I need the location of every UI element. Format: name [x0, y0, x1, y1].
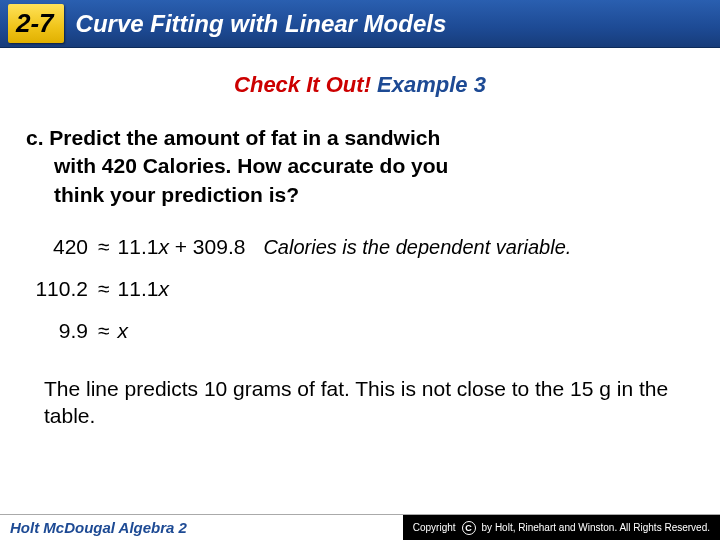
- footer-copyright: Copyright C by Holt, Rinehart and Winsto…: [403, 515, 720, 540]
- check-red-text: Check It Out!: [234, 72, 371, 97]
- eq1-right: 11.1x + 309.8: [114, 235, 246, 259]
- equation-row-1: 420 ≈ 11.1x + 309.8 Calories is the depe…: [22, 235, 698, 259]
- prompt-line3: think your prediction is?: [26, 181, 698, 209]
- eq2-left: 110.2: [22, 277, 94, 301]
- variable-x: x: [118, 319, 129, 342]
- page-title: Curve Fitting with Linear Models: [76, 10, 447, 38]
- check-blue-text: Example 3: [377, 72, 486, 97]
- copyright-icon: C: [462, 521, 476, 535]
- approx-symbol: ≈: [94, 319, 114, 343]
- copyright-text: by Holt, Rinehart and Winston. All Right…: [482, 522, 710, 533]
- conclusion-text: The line predicts 10 grams of fat. This …: [22, 361, 698, 430]
- header-bar: 2-7 Curve Fitting with Linear Models: [0, 0, 720, 48]
- check-it-out-heading: Check It Out! Example 3: [22, 72, 698, 98]
- approx-symbol: ≈: [94, 277, 114, 301]
- section-number-badge: 2-7: [8, 4, 64, 43]
- eq3-left: 9.9: [22, 319, 94, 343]
- eq1-left: 420: [22, 235, 94, 259]
- approx-symbol: ≈: [94, 235, 114, 259]
- variable-x: x: [158, 277, 169, 300]
- copyright-label: Copyright: [413, 522, 456, 533]
- prompt-label: c.: [26, 126, 44, 149]
- equation-row-3: 9.9 ≈ x: [22, 319, 698, 343]
- eq1-coeff: 11.1: [118, 235, 159, 258]
- dependent-variable-note: Calories is the dependent variable.: [263, 236, 571, 259]
- eq2-coeff: 11.1: [118, 277, 159, 300]
- footer-textbook-name: Holt McDougal Algebra 2: [0, 519, 403, 536]
- problem-prompt: c. Predict the amount of fat in a sandwi…: [22, 124, 698, 209]
- eq3-right: x: [114, 319, 129, 343]
- eq1-const: + 309.8: [169, 235, 245, 258]
- equation-row-2: 110.2 ≈ 11.1x: [22, 277, 698, 301]
- eq2-right: 11.1x: [114, 277, 169, 301]
- prompt-line2: with 420 Calories. How accurate do you: [26, 152, 698, 180]
- variable-x: x: [158, 235, 169, 258]
- prompt-line1: Predict the amount of fat in a sandwich: [49, 126, 440, 149]
- slide-content: Check It Out! Example 3 c. Predict the a…: [0, 48, 720, 430]
- footer: Holt McDougal Algebra 2 Copyright C by H…: [0, 514, 720, 540]
